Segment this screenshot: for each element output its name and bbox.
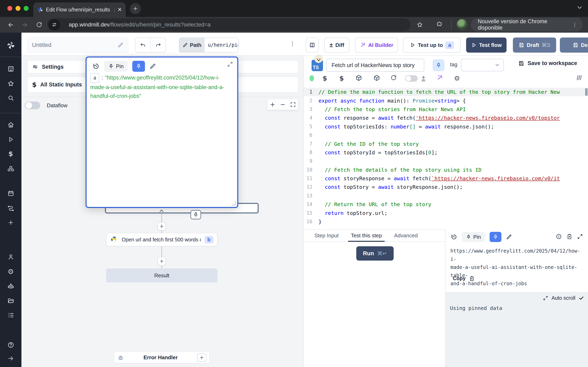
resources-icon[interactable]: $ <box>339 75 344 82</box>
copy-button[interactable]: Copy <box>453 275 475 281</box>
pinned-active-button[interactable] <box>132 61 145 72</box>
maximize-window-button[interactable] <box>24 6 29 11</box>
result-url-value[interactable]: https://www.geoffreylitt.com/2025/04/12/… <box>450 247 585 288</box>
sidebar-item-schedules[interactable] <box>0 187 21 200</box>
sidebar-item-resources[interactable] <box>0 162 21 175</box>
path-edit-segment[interactable]: Path <box>179 38 205 52</box>
sidebar-item-audit-logs[interactable] <box>0 309 21 322</box>
variables-icon[interactable]: $ <box>323 75 327 82</box>
editor-toggle[interactable] <box>405 75 418 82</box>
diff-icon[interactable]: ± <box>422 75 425 81</box>
tab-close-icon[interactable]: ✕ <box>117 7 122 13</box>
collapse-chevron-icon[interactable] <box>158 208 165 214</box>
code-line[interactable]: 4 const response = await fetch('https://… <box>304 114 588 122</box>
reset-icon[interactable] <box>390 75 397 81</box>
deploy-button[interactable]: Deploy <box>560 38 588 53</box>
test-up-to-button[interactable]: Test up to a <box>403 38 461 53</box>
package-icon[interactable] <box>373 75 380 81</box>
site-info-icon[interactable] <box>48 19 60 30</box>
code-line[interactable]: 13 <box>304 192 588 200</box>
tab-search-chevron-icon[interactable] <box>576 4 583 11</box>
code-line[interactable]: 14 // Return the URL of the top story <box>304 200 588 209</box>
minimize-window-button[interactable] <box>16 6 20 11</box>
code-line[interactable]: 10 // Fetch the details of the top story… <box>304 166 588 174</box>
flow-node-result[interactable]: Result <box>106 268 217 282</box>
sidebar-item-favorites[interactable] <box>0 77 21 90</box>
code-line[interactable]: 11 const storyResponse = await fetch(`ht… <box>304 174 588 183</box>
code-line[interactable]: 9 <box>304 157 588 165</box>
dataflow-toggle[interactable] <box>25 101 40 109</box>
expand-popup-icon[interactable] <box>227 61 233 67</box>
edit-pencil-icon[interactable] <box>149 63 156 69</box>
code-line[interactable]: 16} <box>304 217 588 226</box>
new-tab-button[interactable] <box>130 3 141 14</box>
resize-handle[interactable] <box>232 201 236 205</box>
draft-button[interactable]: Draft⌘S <box>513 38 556 53</box>
pinned-input-popup[interactable]: Pin a:"https://www.geoffreylitt.com/2025… <box>86 57 238 208</box>
fit-view-icon[interactable] <box>290 101 296 108</box>
auto-scroll-control[interactable]: Auto scroll <box>543 295 584 301</box>
docs-button[interactable] <box>306 38 319 53</box>
sidebar-item-settings[interactable]: ⚙ <box>0 265 21 278</box>
flow-node-error-handler[interactable]: Error Handler <box>114 352 209 363</box>
code-line[interactable]: 7 // Get the ID of the top story <box>304 140 588 148</box>
forward-button[interactable] <box>21 21 28 28</box>
chrome-update-button[interactable]: Nouvelle version de Chrome disponible <box>471 18 583 32</box>
node-a-pin-badge[interactable] <box>190 210 201 219</box>
sidebar-item-search[interactable] <box>0 92 21 105</box>
url-text[interactable]: app.windmill.dev/flows/edit/u/henri/pin_… <box>69 22 210 28</box>
tab-test-this-step[interactable]: Test this step <box>351 230 382 242</box>
sidebar-item-workspace[interactable] <box>0 62 21 75</box>
path-button-group[interactable]: Path u/henri/pin <box>179 38 238 53</box>
browser-tab[interactable]: Edit Flow u/henri/pin_results | ✕ <box>33 2 126 17</box>
close-window-button[interactable] <box>7 6 12 11</box>
info-icon[interactable] <box>556 234 562 240</box>
ai-wand-icon[interactable] <box>437 75 443 81</box>
tab-advanced[interactable]: Advanced <box>394 230 418 242</box>
editor-settings-gear-icon[interactable]: ⚙ <box>454 75 460 82</box>
pinned-value-viewer[interactable]: a:"https://www.geoffreylitt.com/2025/04/… <box>90 73 233 100</box>
history-icon[interactable] <box>450 234 457 240</box>
step-pin-button[interactable] <box>433 59 444 71</box>
extensions-icon[interactable] <box>436 21 443 28</box>
result-pinned-active-button[interactable] <box>490 232 502 242</box>
diff-button[interactable]: ±Diff <box>324 38 349 53</box>
run-button[interactable]: Run ⌘↵ <box>356 246 394 261</box>
result-pin-toggle-button[interactable]: Pin <box>462 232 485 242</box>
test-flow-button[interactable]: Test flow <box>466 38 507 53</box>
tag-select[interactable] <box>461 59 504 71</box>
code-line[interactable]: 8 const topStoryId = topStoriesIds[0]; <box>304 148 588 157</box>
expand-logs-icon[interactable] <box>543 295 548 301</box>
ai-builder-button[interactable]: AI Builder <box>355 38 398 53</box>
path-value[interactable]: u/henri/pin <box>205 38 238 52</box>
test-up-to-step-badge[interactable]: a <box>445 42 454 49</box>
back-button[interactable] <box>7 21 14 28</box>
code-line[interactable]: 1// Define the main function to fetch th… <box>304 88 588 96</box>
arg-name-chip[interactable]: a <box>90 73 99 83</box>
edit-pencil-icon[interactable] <box>506 234 512 240</box>
bookmark-star-icon[interactable] <box>416 21 423 28</box>
sidebar-item-workers[interactable] <box>0 280 21 293</box>
insert-step-button[interactable] <box>157 222 166 231</box>
code-line[interactable]: 3 // Fetch the top stories from Hacker N… <box>304 105 588 114</box>
code-line[interactable]: 15 return topStory.url; <box>304 209 588 217</box>
reload-button[interactable] <box>36 21 43 28</box>
code-line[interactable]: 5 const topStoriesIds: number[] = await … <box>304 122 588 131</box>
more-options-kebab-icon[interactable] <box>289 40 296 47</box>
add-error-handler-button[interactable] <box>197 354 207 362</box>
zoom-out-icon[interactable] <box>280 101 286 108</box>
sidebar-item-home[interactable] <box>0 118 21 131</box>
sidebar-item-help[interactable] <box>0 338 21 351</box>
windmill-logo[interactable] <box>0 39 21 52</box>
sidebar-item-runs[interactable] <box>0 133 21 146</box>
sidebar-item-users[interactable] <box>0 250 21 263</box>
browser-menu-kebab-icon[interactable] <box>572 22 578 28</box>
sidebar-item-folders[interactable] <box>0 294 21 308</box>
editor-scrollbar[interactable] <box>585 88 588 96</box>
package-icon[interactable] <box>355 75 362 81</box>
fullscreen-icon[interactable] <box>577 234 583 240</box>
sidebar-item-variables[interactable]: $ <box>0 147 21 160</box>
flow-name-input[interactable]: Untitled <box>27 38 129 53</box>
history-icon[interactable] <box>92 63 100 70</box>
save-to-workspace-button[interactable]: Save to workspace <box>518 60 577 67</box>
